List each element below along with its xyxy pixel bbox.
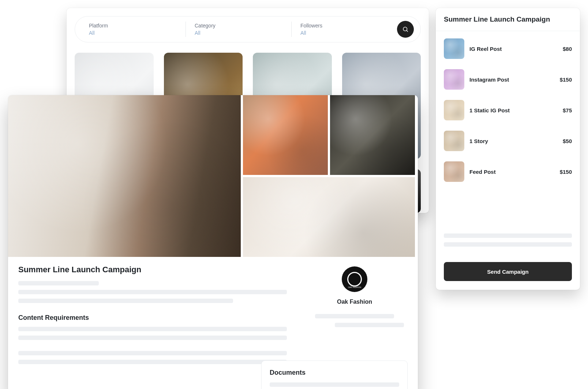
campaign-skeleton (436, 233, 580, 256)
followers-filter-label: Followers (300, 23, 388, 29)
followers-filter[interactable]: Followers All (292, 23, 397, 36)
campaign-detail-panel: Summer Line Launch Campaign Content Requ… (8, 95, 418, 389)
campaign-item[interactable]: Instagram Post $150 (444, 64, 572, 95)
skeleton-line (18, 336, 287, 340)
influencer-avatar (444, 131, 464, 151)
detail-title: Summer Line Launch Campaign (18, 265, 287, 274)
category-filter-value: All (195, 30, 282, 36)
platform-filter-value: All (89, 30, 177, 36)
send-campaign-button[interactable]: Send Campaign (444, 262, 572, 281)
detail-body: Summer Line Launch Campaign Content Requ… (8, 257, 418, 369)
platform-filter-label: Platform (89, 23, 177, 29)
svg-point-0 (403, 27, 407, 31)
skeleton-line (18, 290, 287, 294)
skeleton-line (18, 327, 287, 331)
campaign-item[interactable]: IG Reel Post $80 (444, 33, 572, 64)
platform-filter[interactable]: Platform All (80, 23, 186, 36)
campaign-title: Summer Line Launch Campaign (436, 8, 580, 31)
campaign-list: IG Reel Post $80 Instagram Post $150 1 S… (436, 31, 580, 233)
search-icon (402, 26, 409, 33)
skeleton-line (315, 314, 394, 318)
skeleton-line (18, 281, 99, 285)
documents-card: Documents (261, 360, 408, 389)
campaign-item-price: $150 (560, 169, 572, 175)
campaign-item-price: $150 (560, 76, 572, 83)
influencer-avatar (444, 69, 464, 90)
brand-name: Oak Fashion (302, 299, 408, 305)
campaign-panel: Summer Line Launch Campaign IG Reel Post… (436, 8, 580, 290)
gallery-image-main[interactable] (8, 95, 241, 257)
influencer-avatar (444, 100, 464, 120)
detail-brand-column: Oak Fashion (302, 265, 408, 369)
svg-line-1 (407, 30, 408, 31)
campaign-item-price: $80 (563, 46, 572, 52)
brand-logo[interactable] (342, 266, 367, 292)
category-filter[interactable]: Category All (186, 23, 291, 36)
campaign-item-name: Feed Post (469, 169, 555, 175)
influencer-avatar (444, 161, 464, 182)
skeleton-line (18, 351, 287, 355)
campaign-item[interactable]: 1 Story $50 (444, 126, 572, 156)
gallery-image[interactable] (243, 177, 415, 257)
documents-heading: Documents (270, 369, 399, 377)
gallery-image[interactable] (243, 95, 328, 175)
skeleton-line (18, 360, 287, 364)
campaign-item[interactable]: 1 Static IG Post $75 (444, 95, 572, 126)
gallery-image[interactable] (330, 95, 415, 175)
category-filter-label: Category (195, 23, 282, 29)
skeleton-line (18, 299, 233, 303)
filter-bar: Platform All Category All Followers All (75, 16, 421, 42)
skeleton-line (444, 242, 572, 247)
campaign-item-name: Instagram Post (469, 76, 555, 83)
skeleton-line (270, 382, 399, 387)
campaign-item-name: IG Reel Post (469, 46, 558, 52)
content-requirements-heading: Content Requirements (18, 314, 287, 322)
skeleton-line (444, 233, 572, 238)
campaign-item[interactable]: Feed Post $150 (444, 156, 572, 187)
campaign-item-price: $75 (563, 107, 572, 113)
campaign-footer: Send Campaign (436, 256, 580, 290)
influencer-avatar (444, 38, 464, 59)
search-button[interactable] (397, 21, 414, 38)
campaign-item-price: $50 (563, 138, 572, 144)
campaign-item-name: 1 Story (469, 138, 558, 144)
detail-main-column: Summer Line Launch Campaign Content Requ… (18, 265, 287, 369)
skeleton-line (335, 323, 404, 327)
campaign-item-name: 1 Static IG Post (469, 107, 558, 113)
detail-gallery (8, 95, 418, 257)
followers-filter-value: All (300, 30, 388, 36)
